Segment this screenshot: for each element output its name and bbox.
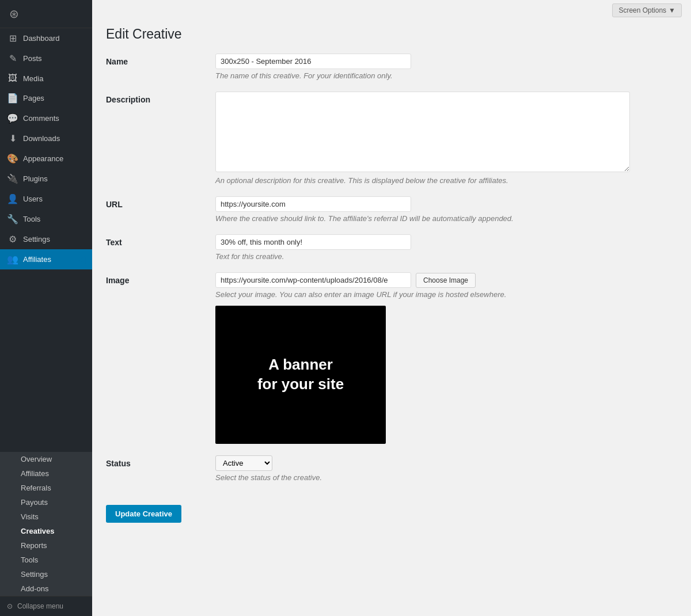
- description-row: Description An optional description for …: [106, 92, 677, 185]
- submenu-visits[interactable]: Visits: [0, 509, 92, 524]
- submenu-settings[interactable]: Settings: [0, 567, 92, 581]
- sidebar-item-dashboard[interactable]: ⊞ Dashboard: [0, 28, 92, 48]
- sidebar-item-label: Media: [23, 74, 85, 83]
- sidebar-item-users[interactable]: 👤 Users: [0, 189, 92, 209]
- submenu-payouts[interactable]: Payouts: [0, 495, 92, 509]
- image-url-input[interactable]: [215, 272, 411, 288]
- chevron-down-icon: ▼: [669, 6, 675, 14]
- status-select[interactable]: Active Inactive: [215, 455, 272, 471]
- description-hint: An optional description for this creativ…: [215, 176, 677, 185]
- text-row: Text Text for this creative.: [106, 234, 677, 261]
- sidebar-item-media[interactable]: 🖼 Media: [0, 69, 92, 88]
- screen-options-button[interactable]: Screen Options ▼: [612, 3, 682, 17]
- sidebar-item-plugins[interactable]: 🔌 Plugins: [0, 169, 92, 189]
- banner-line1: A banner: [268, 356, 333, 373]
- submenu-add-ons[interactable]: Add-ons: [0, 581, 92, 596]
- description-field: An optional description for this creativ…: [215, 92, 677, 185]
- submenu-affiliates[interactable]: Affiliates: [0, 466, 92, 481]
- name-label: Name: [106, 54, 215, 66]
- dashboard-icon: ⊞: [7, 33, 18, 44]
- status-field: Active Inactive Select the status of the…: [215, 455, 677, 482]
- choose-image-button[interactable]: Choose Image: [416, 273, 476, 288]
- sidebar-item-label: Users: [23, 195, 85, 203]
- name-field: The name of this creative. For your iden…: [215, 54, 677, 80]
- image-label: Image: [106, 272, 215, 285]
- collapse-menu-button[interactable]: ⊙ Collapse menu: [0, 596, 92, 616]
- pages-icon: 📄: [7, 93, 18, 104]
- name-row: Name The name of this creative. For your…: [106, 54, 677, 80]
- status-label: Status: [106, 455, 215, 468]
- url-hint: Where the creative should link to. The a…: [215, 214, 677, 223]
- sidebar-item-posts[interactable]: ✎ Posts: [0, 48, 92, 69]
- text-label: Text: [106, 234, 215, 247]
- url-field: Where the creative should link to. The a…: [215, 196, 677, 223]
- screen-options-label: Screen Options: [618, 6, 666, 14]
- sidebar-item-label: Affiliates: [23, 255, 74, 264]
- submenu-tools[interactable]: Tools: [0, 553, 92, 567]
- sidebar-item-downloads[interactable]: ⬇ Downloads: [0, 128, 92, 149]
- name-hint: The name of this creative. For your iden…: [215, 71, 677, 80]
- affiliates-submenu: Overview Affiliates Referrals Payouts Vi…: [0, 452, 92, 596]
- description-label: Description: [106, 92, 215, 104]
- image-row: Image Choose Image Select your image. Yo…: [106, 272, 677, 444]
- banner-line2: for your site: [257, 375, 344, 393]
- sidebar-item-pages[interactable]: 📄 Pages: [0, 88, 92, 108]
- plugins-icon: 🔌: [7, 173, 18, 184]
- status-hint: Select the status of the creative.: [215, 473, 677, 482]
- affiliates-icon: 👥: [7, 254, 18, 265]
- sidebar-item-label: Plugins: [23, 174, 85, 183]
- submenu-referrals[interactable]: Referrals: [0, 481, 92, 495]
- banner-preview: A banner for your site: [215, 306, 386, 444]
- media-icon: 🖼: [7, 73, 18, 83]
- page-title: Edit Creative: [106, 26, 677, 42]
- status-row: Status Active Inactive Select the status…: [106, 455, 677, 482]
- update-creative-button[interactable]: Update Creative: [106, 505, 181, 523]
- comments-icon: 💬: [7, 113, 18, 124]
- url-input[interactable]: [215, 196, 411, 212]
- sidebar-item-label: Appearance: [23, 154, 85, 163]
- sidebar-item-label: Settings: [23, 235, 85, 244]
- sidebar-item-appearance[interactable]: 🎨 Appearance: [0, 149, 92, 169]
- image-hint: Select your image. You can also enter an…: [215, 290, 677, 299]
- sidebar-item-label: Downloads: [23, 134, 85, 143]
- sidebar: ⊛ ⊞ Dashboard ✎ Posts 🖼 Media 📄 Pages 💬 …: [0, 0, 92, 616]
- main-content: Screen Options ▼ Edit Creative Name The …: [92, 0, 691, 616]
- top-bar: Screen Options ▼: [92, 0, 691, 21]
- url-row: URL Where the creative should link to. T…: [106, 196, 677, 223]
- page-content: Edit Creative Name The name of this crea…: [92, 21, 691, 546]
- collapse-icon: ⊙: [7, 602, 13, 610]
- description-textarea[interactable]: [215, 92, 630, 172]
- sidebar-menu: ⊞ Dashboard ✎ Posts 🖼 Media 📄 Pages 💬 Co…: [0, 28, 92, 452]
- sidebar-item-settings[interactable]: ⚙ Settings: [0, 229, 92, 249]
- url-label: URL: [106, 196, 215, 209]
- sidebar-item-label: Pages: [23, 94, 85, 102]
- sidebar-logo: ⊛: [0, 0, 92, 28]
- sidebar-item-label: Dashboard: [23, 34, 85, 43]
- name-input[interactable]: [215, 54, 411, 69]
- sidebar-item-label: Posts: [23, 54, 85, 63]
- sidebar-item-label: Tools: [23, 215, 85, 223]
- sidebar-item-affiliates[interactable]: 👥 Affiliates ◀: [0, 249, 92, 269]
- image-field: Choose Image Select your image. You can …: [215, 272, 677, 444]
- posts-icon: ✎: [7, 53, 18, 64]
- image-url-row: Choose Image: [215, 272, 677, 288]
- submenu-reports[interactable]: Reports: [0, 538, 92, 553]
- text-field: Text for this creative.: [215, 234, 677, 261]
- wp-logo-icon: ⊛: [9, 7, 19, 20]
- banner-text: A banner for your site: [257, 355, 344, 394]
- collapse-label: Collapse menu: [17, 602, 63, 610]
- appearance-icon: 🎨: [7, 153, 18, 164]
- affiliates-arrow-icon: ◀: [78, 254, 85, 265]
- downloads-icon: ⬇: [7, 133, 18, 144]
- settings-icon: ⚙: [7, 234, 18, 245]
- text-hint: Text for this creative.: [215, 252, 677, 261]
- sidebar-item-comments[interactable]: 💬 Comments: [0, 108, 92, 128]
- users-icon: 👤: [7, 193, 18, 204]
- text-input[interactable]: [215, 234, 411, 250]
- sidebar-item-label: Comments: [23, 114, 85, 123]
- sidebar-item-tools[interactable]: 🔧 Tools: [0, 209, 92, 229]
- submenu-creatives[interactable]: Creatives: [0, 524, 92, 538]
- submenu-overview[interactable]: Overview: [0, 452, 92, 466]
- tools-icon: 🔧: [7, 214, 18, 225]
